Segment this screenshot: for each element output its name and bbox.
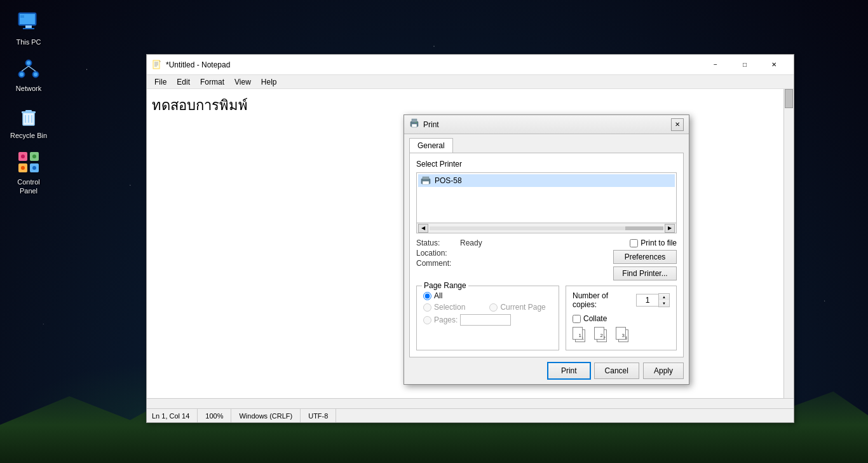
maximize-button[interactable]: □ bbox=[730, 55, 759, 75]
page-range-legend: Page Range bbox=[422, 281, 468, 290]
svg-line-8 bbox=[22, 66, 29, 71]
pages-radio[interactable] bbox=[423, 316, 431, 324]
svg-rect-34 bbox=[412, 119, 417, 122]
apply-button[interactable]: Apply bbox=[643, 363, 684, 379]
page-range-box: Page Range All Selection Current Page bbox=[416, 286, 559, 350]
titlebar-left: *Untitled - Notepad bbox=[152, 60, 230, 70]
desktop: This PC Network bbox=[0, 0, 868, 463]
current-page-label: Current Page bbox=[500, 303, 545, 312]
pages-label: Pages: bbox=[434, 315, 458, 324]
print-dialog: Print ✕ General Select Printer bbox=[403, 114, 689, 385]
dialog-body: Select Printer POS-58 ◀ bbox=[409, 153, 684, 357]
copies-box: Number of copies: ▲ ▼ Collate bbox=[566, 286, 677, 350]
desktop-icons: This PC Network bbox=[6, 6, 51, 198]
scrollbar-thumb[interactable] bbox=[785, 89, 793, 108]
copies-label: Number of copies: bbox=[573, 291, 632, 309]
hscroll-thumb[interactable] bbox=[625, 226, 663, 230]
spinner-buttons: ▲ ▼ bbox=[658, 293, 670, 307]
svg-point-23 bbox=[21, 155, 25, 158]
svg-rect-4 bbox=[20, 15, 24, 18]
print-to-file-label: Print to file bbox=[641, 238, 677, 247]
print-dialog-icon bbox=[409, 118, 419, 130]
current-page-radio[interactable] bbox=[489, 303, 498, 312]
svg-rect-38 bbox=[423, 177, 429, 179]
svg-point-11 bbox=[20, 73, 24, 76]
copies-spinner: ▲ ▼ bbox=[636, 293, 670, 307]
pages-row: Pages: bbox=[423, 314, 552, 326]
hscroll-left-button[interactable]: ◀ bbox=[418, 224, 428, 233]
collate-row: Collate bbox=[573, 314, 670, 323]
status-position: Ln 1, Col 14 bbox=[152, 409, 198, 422]
desktop-icon-control-panel[interactable]: Control Panel bbox=[6, 146, 51, 199]
notepad-titlebar: *Untitled - Notepad − □ ✕ bbox=[147, 55, 794, 75]
status-encoding: UTF-8 bbox=[301, 409, 336, 422]
printer-info-right: Print to file Preferences Find Printer..… bbox=[613, 238, 677, 280]
svg-point-12 bbox=[34, 73, 37, 76]
minimize-button[interactable]: − bbox=[701, 55, 730, 75]
svg-rect-36 bbox=[416, 122, 417, 123]
print-button[interactable]: Print bbox=[548, 363, 590, 379]
notepad-horizontal-scrollbar[interactable] bbox=[147, 398, 794, 408]
dialog-title-left: Print bbox=[409, 118, 439, 130]
selection-label: Selection bbox=[434, 303, 465, 312]
notepad-vertical-scrollbar[interactable] bbox=[783, 89, 794, 398]
close-button[interactable]: ✕ bbox=[759, 55, 789, 75]
collate-checkbox[interactable] bbox=[573, 315, 581, 323]
svg-marker-32 bbox=[159, 60, 161, 62]
status-value: Ready bbox=[460, 238, 482, 247]
control-panel-icon bbox=[16, 149, 41, 175]
svg-point-26 bbox=[32, 166, 36, 170]
recycle-bin-icon bbox=[16, 103, 41, 128]
recycle-bin-label: Recycle Bin bbox=[10, 131, 47, 140]
printer-item-pos58[interactable]: POS-58 bbox=[418, 174, 675, 187]
notepad-menubar: File Edit Format View Help bbox=[147, 75, 794, 89]
svg-point-10 bbox=[27, 61, 31, 65]
desktop-icon-recycle-bin[interactable]: Recycle Bin bbox=[6, 100, 51, 143]
dialog-footer: Print Cancel Apply bbox=[404, 357, 689, 384]
hscroll-right-button[interactable]: ▶ bbox=[665, 224, 675, 233]
control-panel-label: Control Panel bbox=[10, 177, 48, 196]
comment-row: Comment: bbox=[416, 259, 600, 268]
dialog-tabs: General bbox=[404, 134, 689, 153]
all-radio-row: All bbox=[423, 291, 552, 300]
preferences-button[interactable]: Preferences bbox=[613, 250, 677, 264]
notepad-app-icon bbox=[152, 60, 162, 70]
print-to-file-row: Print to file bbox=[630, 238, 677, 247]
menu-help[interactable]: Help bbox=[256, 76, 282, 88]
copies-label-row: Number of copies: ▲ ▼ bbox=[573, 291, 670, 309]
menu-file[interactable]: File bbox=[149, 76, 172, 88]
svg-rect-35 bbox=[412, 124, 417, 127]
svg-rect-3 bbox=[23, 28, 34, 29]
printer-list[interactable]: POS-58 bbox=[416, 172, 677, 223]
print-to-file-checkbox[interactable] bbox=[630, 239, 638, 247]
all-radio[interactable] bbox=[423, 292, 431, 300]
selection-radio[interactable] bbox=[423, 303, 431, 312]
svg-rect-39 bbox=[423, 181, 429, 184]
menu-view[interactable]: View bbox=[229, 76, 256, 88]
desktop-icon-network[interactable]: Network bbox=[6, 53, 51, 96]
menu-format[interactable]: Format bbox=[195, 76, 229, 88]
copies-input[interactable] bbox=[636, 294, 658, 307]
find-printer-button[interactable]: Find Printer... bbox=[613, 266, 677, 280]
spin-up-button[interactable]: ▲ bbox=[659, 294, 669, 300]
desktop-icon-this-pc[interactable]: This PC bbox=[6, 6, 51, 50]
spin-down-button[interactable]: ▼ bbox=[659, 300, 669, 307]
menu-edit[interactable]: Edit bbox=[172, 76, 195, 88]
hscroll-track bbox=[430, 226, 663, 230]
cancel-button[interactable]: Cancel bbox=[594, 363, 639, 379]
location-label: Location: bbox=[416, 249, 458, 258]
notepad-text-content: ทดสอบการพิมพ์ bbox=[152, 97, 248, 113]
tab-general[interactable]: General bbox=[409, 138, 453, 153]
svg-rect-2 bbox=[25, 25, 32, 28]
dialog-close-button[interactable]: ✕ bbox=[671, 118, 684, 131]
this-pc-label: This PC bbox=[16, 38, 41, 46]
pages-input[interactable] bbox=[460, 314, 511, 326]
svg-point-24 bbox=[32, 155, 36, 158]
comment-label: Comment: bbox=[416, 259, 458, 268]
collate-label: Collate bbox=[583, 314, 607, 323]
dialog-titlebar: Print ✕ bbox=[404, 115, 689, 134]
status-label: Status: bbox=[416, 238, 458, 247]
status-row: Status: Ready bbox=[416, 238, 600, 247]
select-printer-label: Select Printer bbox=[416, 160, 677, 169]
printer-horizontal-scrollbar[interactable]: ◀ ▶ bbox=[416, 223, 677, 233]
